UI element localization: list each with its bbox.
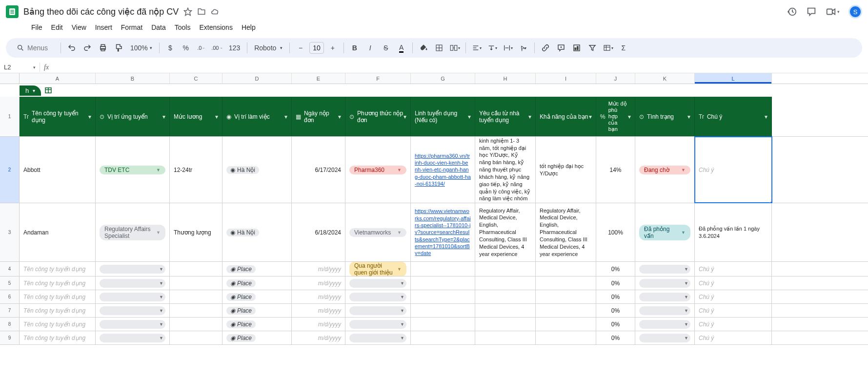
cell-I4[interactable] <box>536 262 596 276</box>
chevron-down-icon[interactable]: ▾ <box>33 88 35 93</box>
cell-J7[interactable]: 0% <box>596 304 635 317</box>
currency-button[interactable]: $ <box>163 41 177 55</box>
cell-L3[interactable]: Đã phỏng vấn lần 1 ngày 3.6.2024 <box>695 203 772 261</box>
cell-B8[interactable]: ▼ <box>96 318 170 331</box>
sheets-logo[interactable] <box>6 5 19 18</box>
col-header-B[interactable]: B <box>96 73 170 84</box>
col-header-A[interactable]: A <box>20 73 96 84</box>
undo-button[interactable] <box>65 41 79 55</box>
cell-K3[interactable]: Đã phỏng vấn▼ <box>635 203 695 261</box>
menu-data[interactable]: Data <box>147 21 170 33</box>
menu-help[interactable]: Help <box>238 21 260 33</box>
menu-file[interactable]: File <box>27 21 46 33</box>
filter-icon[interactable]: ▾ <box>765 113 767 120</box>
font-increase-button[interactable]: + <box>326 41 340 55</box>
cell-G8[interactable] <box>411 318 475 331</box>
row-header-2[interactable]: 2 <box>0 137 20 203</box>
cell-G4[interactable] <box>411 262 475 276</box>
cell-C4[interactable] <box>170 262 222 276</box>
row-header-3[interactable]: 3 <box>0 203 20 261</box>
cell-E8[interactable]: m/d/yyyy <box>292 318 345 331</box>
row-header-9[interactable]: 9 <box>0 331 20 344</box>
cell-H3[interactable]: Regulatory Affair, Medical Device, Engli… <box>475 203 536 261</box>
valign-button[interactable]: ▾ <box>485 41 499 55</box>
cell-H6[interactable] <box>475 290 536 303</box>
cell-H8[interactable] <box>475 318 536 331</box>
col-header-J[interactable]: J <box>596 73 635 84</box>
percent-button[interactable]: % <box>179 41 193 55</box>
cell-A5[interactable]: Tên công ty tuyển dụng <box>20 277 96 290</box>
fill-color-button[interactable] <box>417 41 430 55</box>
cell-F8[interactable]: ▼ <box>345 318 411 331</box>
cell-J4[interactable]: 0% <box>596 262 635 276</box>
filter-icon[interactable]: ▾ <box>162 113 165 120</box>
cell-D4[interactable]: ◉Place <box>222 262 292 276</box>
font-select[interactable]: Roboto▾ <box>251 44 285 52</box>
chart-button[interactable] <box>570 41 584 55</box>
more-formats-button[interactable]: 123 <box>226 44 243 52</box>
table-button[interactable]: ▾ <box>601 41 615 55</box>
cell-I6[interactable] <box>536 290 596 303</box>
functions-button[interactable]: Σ <box>617 41 630 55</box>
cell-K6[interactable]: ▼ <box>635 290 695 303</box>
cell-C8[interactable] <box>170 318 222 331</box>
cell-E3[interactable]: 6/18/2024 <box>292 203 345 261</box>
cell-A6[interactable]: Tên công ty tuyển dụng <box>20 290 96 303</box>
cell-E2[interactable]: 6/17/2024 <box>292 137 345 203</box>
cell-F6[interactable]: ▼ <box>345 290 411 303</box>
col-header-D[interactable]: D <box>222 73 292 84</box>
menu-view[interactable]: View <box>68 21 90 33</box>
comments-icon[interactable] <box>806 6 817 17</box>
cell-C9[interactable] <box>170 331 222 344</box>
filter-icon[interactable]: ▾ <box>284 113 287 120</box>
cell-A2[interactable]: Abbott <box>20 137 96 203</box>
col-header-I[interactable]: I <box>536 73 596 84</box>
cell-A7[interactable]: Tên công ty tuyển dụng <box>20 304 96 317</box>
filter-button[interactable] <box>585 41 599 55</box>
col-header-C[interactable]: C <box>170 73 222 84</box>
cell-G2[interactable]: https://pharma360.vn/trinh-duoc-vien-ken… <box>411 137 475 203</box>
print-button[interactable] <box>96 41 110 55</box>
text-color-button[interactable]: A <box>395 41 408 55</box>
doc-title[interactable]: Bảng theo dõi các công việc đã nộp CV <box>23 6 179 17</box>
redo-button[interactable] <box>81 41 94 55</box>
cell-C3[interactable]: Thương lượng <box>170 203 222 261</box>
search-input[interactable] <box>27 44 52 52</box>
cell-A8[interactable]: Tên công ty tuyển dụng <box>20 318 96 331</box>
cell-F9[interactable]: ▼ <box>345 331 411 344</box>
filter-icon[interactable]: ▾ <box>468 113 471 120</box>
menu-format[interactable]: Format <box>117 21 146 33</box>
cell-K4[interactable]: ▼ <box>635 262 695 276</box>
meet-icon[interactable]: ▾ <box>826 6 840 17</box>
menu-edit[interactable]: Edit <box>47 21 67 33</box>
comment-button[interactable] <box>554 41 568 55</box>
cell-L5[interactable]: Chú ý <box>695 277 772 290</box>
cell-I2[interactable]: tốt nghiệp đại học Y/Dược <box>536 137 596 203</box>
cell-L2[interactable]: Chú ý <box>695 137 772 203</box>
filter-icon[interactable]: ▾ <box>88 113 91 120</box>
cell-B3[interactable]: Regulatory Affairs Specialist▼ <box>96 203 170 261</box>
cell-B6[interactable]: ▼ <box>96 290 170 303</box>
cell-E7[interactable]: m/d/yyyy <box>292 304 345 317</box>
paint-format-button[interactable] <box>112 41 125 55</box>
font-decrease-button[interactable]: − <box>294 41 307 55</box>
cell-C2[interactable]: 12-24tr <box>170 137 222 203</box>
cell-B7[interactable]: ▼ <box>96 304 170 317</box>
row-header-6[interactable]: 6 <box>0 290 20 303</box>
row-header-4[interactable]: 4 <box>0 262 20 276</box>
zoom-select[interactable]: 100%▾ <box>127 44 155 52</box>
row-header-8[interactable]: 8 <box>0 318 20 331</box>
cell-F7[interactable]: ▼ <box>345 304 411 317</box>
cell-B2[interactable]: TDV ETC▼ <box>96 137 170 203</box>
cell-I5[interactable] <box>536 277 596 290</box>
cell-G9[interactable] <box>411 331 475 344</box>
cell-F4[interactable]: Qua người quen giới thiệu▼ <box>345 262 411 276</box>
cell-J3[interactable]: 100% <box>596 203 635 261</box>
link-button[interactable] <box>539 41 552 55</box>
cell-E4[interactable]: m/d/yyyy <box>292 262 345 276</box>
rotate-button[interactable]: A▾ <box>517 41 530 55</box>
cell-H9[interactable] <box>475 331 536 344</box>
cell-E9[interactable]: m/d/yyyy <box>292 331 345 344</box>
cell-H2[interactable]: kinh nghiệm 1- 3 năm, tốt nghiệp đại học… <box>475 137 536 203</box>
cell-K7[interactable]: ▼ <box>635 304 695 317</box>
